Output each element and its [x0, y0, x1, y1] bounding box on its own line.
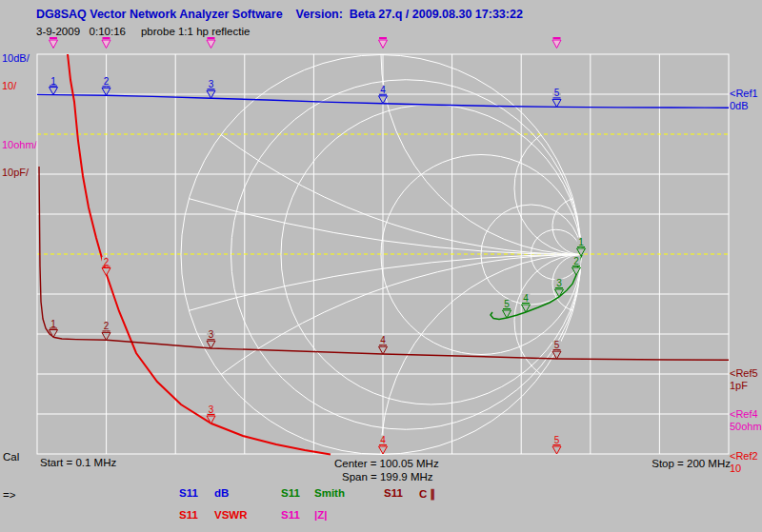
span-frequency-label: Span = 199.9 MHz [342, 471, 433, 483]
ref-label-ref4: <Ref450ohm [730, 408, 762, 433]
cal-label: Cal [3, 451, 19, 463]
vnwa-window: { "header": { "title": "DG8SAQ Vector Ne… [0, 0, 762, 532]
legend-format-s11-cpar[interactable]: C ∥ [419, 487, 435, 501]
scale-label-10dB: 10dB/ [2, 52, 30, 64]
ref-label-ref2: <Ref210 [730, 450, 758, 475]
plot-area[interactable] [37, 54, 729, 454]
legend-format-s11-db[interactable]: dB [214, 487, 229, 499]
center-frequency-label: Center = 100.05 MHz [334, 458, 439, 469]
legend-param-s11-vswr[interactable]: S11 [179, 509, 198, 521]
legend-param-s11-cpar[interactable]: S11 [384, 487, 403, 499]
stop-frequency-label: Stop = 200 MHz [652, 458, 731, 469]
ref-label-ref5: <Ref51pF [730, 367, 758, 392]
scale-label-10ohm: 10ohm/ [2, 139, 37, 150]
legend-format-s11-vswr[interactable]: VSWR [214, 509, 248, 521]
legend-param-s11-db[interactable]: S11 [179, 487, 198, 499]
start-frequency-label: Start = 0.1 MHz [40, 457, 116, 468]
legend-param-s11-z[interactable]: S11 [281, 509, 300, 521]
ref-label-ref1: <Ref10dB [730, 88, 758, 112]
legend-format-s11-z[interactable]: |Z| [314, 509, 327, 521]
scale-label-10pF: 10pF/ [2, 167, 29, 178]
legend-format-s11-smith[interactable]: Smith [314, 487, 345, 499]
trace-markers-s11-z-clamped-top [50, 38, 562, 49]
prompt-arrow: => [3, 489, 15, 501]
status-line: 3-9-2009 0:10:16 pbrobe 1:1 hp reflectie [36, 26, 250, 37]
scale-label-10: 10/ [2, 80, 16, 91]
app-title: DG8SAQ Vector Network Analyzer Software … [36, 8, 523, 21]
legend-param-s11-smith[interactable]: S11 [281, 487, 300, 499]
